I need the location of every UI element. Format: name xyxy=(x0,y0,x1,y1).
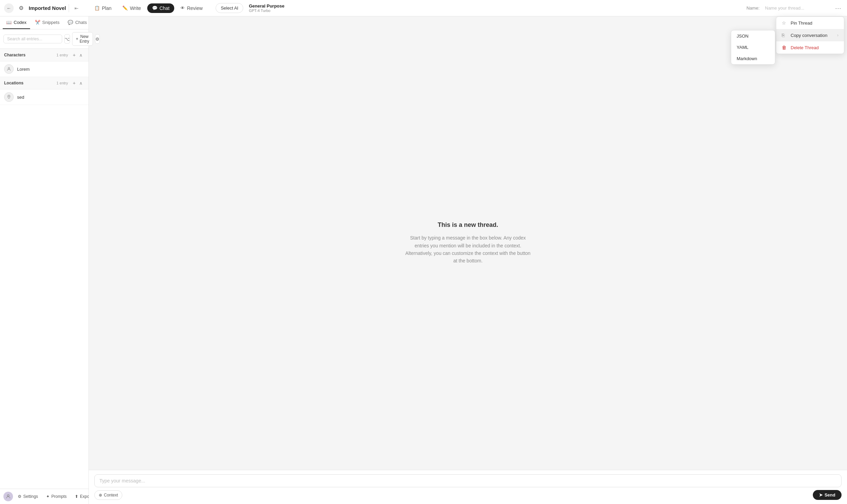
snippets-tab-icon: ✂️ xyxy=(35,20,40,25)
write-icon: ✏️ xyxy=(122,5,128,11)
context-icon: ⊕ xyxy=(99,493,102,498)
tab-plan[interactable]: 📋 Plan xyxy=(90,3,116,13)
sidebar-tab-chats[interactable]: 💬 Chats xyxy=(64,16,90,29)
gear-button[interactable]: ⚙ xyxy=(16,3,26,13)
more-menu-button[interactable]: ⋯ xyxy=(833,3,843,13)
codex-tab-icon: 📖 xyxy=(6,20,12,25)
settings-icon: ⚙ xyxy=(18,494,22,499)
top-nav: ← ⚙ Imported Novel ⇤ 📋 Plan ✏️ Write 💬 C… xyxy=(0,0,847,16)
filter-button[interactable]: ⌥ xyxy=(64,34,70,44)
main-dropdown-menu: ☆ Pin Thread ⎘ Copy conversation › 🗑 Del… xyxy=(776,16,844,54)
main-layout: 📖 Codex ✂️ Snippets 💬 Chats ⌥ + New Entr… xyxy=(0,16,847,504)
svg-point-0 xyxy=(8,67,10,69)
plan-icon: 📋 xyxy=(94,5,100,11)
sidebar-tab-snippets[interactable]: ✂️ Snippets xyxy=(31,16,63,29)
sidebar-tabs: 📖 Codex ✂️ Snippets 💬 Chats xyxy=(0,16,88,29)
chats-tab-icon: 💬 xyxy=(68,20,73,25)
copy-icon: ⎘ xyxy=(782,32,787,38)
svg-point-1 xyxy=(9,96,9,97)
chat-input-area: ⊕ Context ➤ Send xyxy=(89,470,847,504)
review-icon: 👁 xyxy=(180,5,185,11)
nav-divider xyxy=(69,4,69,12)
characters-add-button[interactable]: + xyxy=(71,52,78,58)
prompts-icon: ✦ xyxy=(46,494,50,499)
export-icon: ⬆ xyxy=(75,494,78,499)
ai-info: General Purpose GPT-4 Turbo xyxy=(249,3,284,13)
list-item[interactable]: sed xyxy=(0,90,88,105)
copy-yaml-item[interactable]: YAML xyxy=(731,42,775,53)
select-ai-button[interactable]: Select AI xyxy=(216,3,243,13)
chat-empty-state: This is a new thread. Start by typing a … xyxy=(89,16,847,470)
copy-conversation-item[interactable]: ⎘ Copy conversation › xyxy=(776,29,844,41)
avatar xyxy=(4,64,14,74)
trash-icon: 🗑 xyxy=(782,45,787,50)
bottom-nav: ⚙ Settings ✦ Prompts ⬆ Export ☁ Saved xyxy=(0,489,88,504)
back-button[interactable]: ← xyxy=(4,3,14,13)
ai-model: GPT-4 Turbo xyxy=(249,9,284,13)
chat-icon: 💬 xyxy=(152,5,158,11)
sidebar-tab-codex[interactable]: 📖 Codex xyxy=(3,16,30,29)
center-nav: 📋 Plan ✏️ Write 💬 Chat 👁 Review xyxy=(90,3,207,13)
svg-point-2 xyxy=(7,495,9,496)
locations-collapse-button[interactable]: ∧ xyxy=(78,80,84,86)
sidebar-toolbar: ⌥ + New Entry ⚙ xyxy=(0,29,88,49)
sidebar-content: Characters 1 entry + ∧ Lorem Locations 1… xyxy=(0,49,88,489)
chat-area: This is a new thread. Start by typing a … xyxy=(89,16,847,504)
locations-section-header: Locations 1 entry + ∧ xyxy=(0,77,88,90)
send-icon: ➤ xyxy=(819,492,823,498)
delete-thread-item[interactable]: 🗑 Delete Thread xyxy=(776,41,844,54)
chat-message-input[interactable] xyxy=(94,474,842,487)
copy-submenu: JSON YAML Markdown xyxy=(731,30,775,65)
avatar xyxy=(4,92,14,102)
copy-json-item[interactable]: JSON xyxy=(731,30,775,42)
plus-icon: + xyxy=(76,37,78,41)
chevron-right-icon: › xyxy=(837,33,838,38)
context-button[interactable]: ⊕ Context xyxy=(94,490,122,500)
copy-markdown-item[interactable]: Markdown xyxy=(731,53,775,64)
prompts-button[interactable]: ✦ Prompts xyxy=(43,492,70,501)
chat-empty-desc: Start by typing a message in the box bel… xyxy=(403,234,533,265)
characters-collapse-button[interactable]: ∧ xyxy=(78,52,84,58)
pin-thread-item[interactable]: ☆ Pin Thread xyxy=(776,17,844,29)
thread-name-label: Name: xyxy=(747,5,760,11)
thread-name-input[interactable] xyxy=(762,4,831,12)
settings-button[interactable]: ⚙ Settings xyxy=(14,492,41,501)
characters-section-header: Characters 1 entry + ∧ xyxy=(0,49,88,62)
chat-input-footer: ⊕ Context ➤ Send xyxy=(94,490,842,500)
send-button[interactable]: ➤ Send xyxy=(813,490,842,500)
locations-add-button[interactable]: + xyxy=(71,80,78,86)
tab-chat[interactable]: 💬 Chat xyxy=(147,3,175,13)
chat-empty-title: This is a new thread. xyxy=(438,221,498,229)
ai-name: General Purpose xyxy=(249,3,284,9)
user-avatar xyxy=(3,492,13,501)
project-title: Imported Novel xyxy=(29,5,66,11)
list-item[interactable]: Lorem xyxy=(0,62,88,77)
tab-write[interactable]: ✏️ Write xyxy=(118,3,146,13)
collapse-button[interactable]: ⇤ xyxy=(72,3,81,13)
search-input[interactable] xyxy=(3,35,62,43)
tab-review[interactable]: 👁 Review xyxy=(176,3,207,13)
sidebar: 📖 Codex ✂️ Snippets 💬 Chats ⌥ + New Entr… xyxy=(0,16,89,504)
pin-icon: ☆ xyxy=(782,20,787,26)
